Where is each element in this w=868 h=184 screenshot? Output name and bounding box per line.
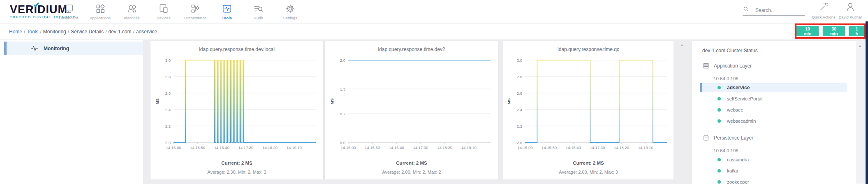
nav-item-tools[interactable]: Tools bbox=[211, 2, 243, 20]
service-name: cassandra bbox=[727, 157, 749, 162]
service-item-zookeeper[interactable]: zookeeper bbox=[700, 177, 866, 184]
nav-label: Settings bbox=[283, 16, 297, 20]
search-input[interactable]: Search.. bbox=[743, 5, 805, 16]
quick-actions-button[interactable]: Quick Actions bbox=[809, 2, 838, 19]
chart-plot: 3.0 2.8 2.6 2.4 2.2 2.0 14:15:00 14:15:5… bbox=[155, 54, 319, 158]
nav-label: Dashboard bbox=[59, 16, 78, 20]
service-item-cassandra[interactable]: cassandra bbox=[700, 155, 866, 164]
svg-text:MS: MS bbox=[330, 98, 334, 104]
database-icon bbox=[702, 134, 710, 142]
sidebar-item-monitoring[interactable]: Monitoring bbox=[4, 42, 143, 55]
cluster-section-label: Application Layer bbox=[714, 63, 752, 69]
nav-label: Orchestrator bbox=[184, 16, 206, 20]
nav-item-orchestrator[interactable]: Orchestrator bbox=[179, 2, 211, 20]
breadcrumb-item-service-details: Service Details bbox=[71, 29, 104, 35]
svg-text:14:19:10: 14:19:10 bbox=[287, 145, 302, 150]
scroll-up-arrow[interactable]: ▲ bbox=[680, 43, 684, 47]
chart-card-dev2: ldap.query.response.time.dev2 2.0 1.3 0.… bbox=[325, 41, 498, 179]
cluster-status-panel: dev-1.com Cluster Status Application Lay… bbox=[692, 41, 866, 184]
scroll-up-arrow[interactable]: ▲ bbox=[858, 44, 862, 48]
svg-text:14:17:30: 14:17:30 bbox=[590, 145, 605, 150]
cluster-section-application-layer: Application Layer 10.64.0.196 adservice … bbox=[692, 62, 866, 126]
svg-text:2.4: 2.4 bbox=[517, 107, 522, 112]
service-item-selfserviceportal[interactable]: selfServicePortal bbox=[700, 94, 866, 103]
service-item-adservice[interactable]: adservice bbox=[700, 83, 847, 92]
breadcrumb: Home/Tools/Monitoring/Service Details/de… bbox=[9, 29, 159, 35]
nav-item-dashboard[interactable]: Dashboard bbox=[53, 2, 84, 20]
left-sidebar: Monitoring bbox=[0, 40, 143, 184]
nav-label: Audit bbox=[254, 16, 263, 20]
tools-icon bbox=[222, 3, 232, 14]
svg-text:2.0: 2.0 bbox=[517, 140, 522, 145]
monitoring-pulse-icon bbox=[30, 44, 39, 53]
svg-text:14:15:00: 14:15:00 bbox=[166, 145, 181, 150]
nav-item-settings[interactable]: Settings bbox=[274, 2, 306, 20]
status-dot bbox=[718, 97, 721, 100]
time-range-button-10-min[interactable]: 10 min bbox=[796, 26, 819, 36]
layers-icon bbox=[702, 62, 710, 70]
breadcrumb-item-home[interactable]: Home bbox=[9, 29, 22, 35]
nav-item-audit[interactable]: Audit bbox=[243, 2, 274, 20]
svg-text:2.6: 2.6 bbox=[517, 91, 522, 95]
user-name: David Kuchar bbox=[838, 15, 862, 19]
chart-title: ldap.query.response.time.qc bbox=[503, 41, 674, 54]
chart-summary-stats: Average: 2.30, Min: 2, Max: 3 bbox=[150, 170, 323, 175]
applications-icon bbox=[95, 3, 106, 14]
devices-icon bbox=[158, 3, 169, 14]
service-item-websecadmin[interactable]: websecadmin bbox=[700, 116, 866, 126]
chart-title: ldap.query.response.time.dev.local bbox=[150, 41, 323, 54]
breadcrumb-bar: Home/Tools/Monitoring/Service Details/de… bbox=[0, 24, 868, 40]
user-menu[interactable]: David Kuchar bbox=[836, 2, 864, 19]
nav-item-identities[interactable]: Identities bbox=[116, 2, 148, 20]
panel-scrollbar[interactable]: ▲ bbox=[856, 41, 865, 184]
annotation-red-box: 10 min30 min1 h bbox=[795, 23, 866, 39]
status-dot bbox=[718, 158, 721, 161]
top-bar: VERIDIUM ✔ TRUSTED DIGITAL IDENTITY Dash… bbox=[0, 0, 868, 24]
service-name: zookeeper bbox=[727, 179, 749, 184]
svg-text:2.0: 2.0 bbox=[165, 140, 171, 145]
breadcrumb-separator: / bbox=[105, 29, 106, 35]
svg-text:14:18:20: 14:18:20 bbox=[437, 145, 452, 150]
status-dot bbox=[718, 180, 721, 184]
breadcrumb-item-adservice: adservice bbox=[136, 29, 157, 35]
chart-current-value: Current: 2 MS bbox=[325, 161, 498, 165]
settings-icon bbox=[285, 3, 296, 14]
service-item-kafka[interactable]: kafka bbox=[700, 166, 866, 175]
sidebar-item-label: Monitoring bbox=[44, 46, 69, 51]
breadcrumb-separator: / bbox=[68, 29, 69, 35]
window-edge bbox=[866, 21, 868, 184]
service-name: kafka bbox=[727, 168, 738, 173]
service-name: adservice bbox=[727, 85, 750, 91]
status-dot bbox=[718, 169, 721, 172]
svg-text:14:18:20: 14:18:20 bbox=[614, 145, 629, 150]
service-name: websec bbox=[727, 107, 743, 112]
chart-current-value: Current: 2 MS bbox=[150, 161, 323, 165]
svg-text:14:15:50: 14:15:50 bbox=[542, 145, 557, 150]
nav-item-applications[interactable]: Applications bbox=[84, 2, 116, 20]
svg-text:14:15:50: 14:15:50 bbox=[190, 145, 205, 150]
nav-item-devices[interactable]: Devices bbox=[148, 2, 179, 20]
check-icon: ✔ bbox=[33, 0, 40, 10]
svg-text:14:19:10: 14:19:10 bbox=[461, 145, 477, 150]
svg-text:2.0: 2.0 bbox=[340, 58, 345, 63]
status-dot bbox=[718, 86, 721, 89]
time-range-button-30-min[interactable]: 30 min bbox=[823, 26, 845, 36]
chart-plot: 3.0 2.8 2.6 2.4 2.2 2.0 14:15:00 14:15:5… bbox=[506, 54, 671, 158]
cluster-section-header: Persistence Layer bbox=[702, 134, 866, 142]
breadcrumb-item-tools[interactable]: Tools bbox=[27, 29, 38, 35]
svg-text:14:15:00: 14:15:00 bbox=[518, 145, 533, 150]
svg-text:2.6: 2.6 bbox=[165, 91, 171, 95]
audit-icon bbox=[253, 3, 264, 14]
cluster-section-header: Application Layer bbox=[702, 62, 866, 70]
nav-label: Devices bbox=[157, 16, 171, 20]
time-range-button-1-h[interactable]: 1 h bbox=[849, 26, 864, 36]
breadcrumb-item-dev-1-com: dev-1.com bbox=[108, 29, 131, 35]
nav-label: Tools bbox=[222, 16, 232, 20]
svg-text:MS: MS bbox=[507, 98, 511, 104]
search-icon bbox=[743, 6, 750, 14]
svg-text:1.3: 1.3 bbox=[340, 87, 345, 91]
chart-card-dev-local: ldap.query.response.time.dev.local 3.0 2… bbox=[150, 41, 323, 179]
svg-text:2.8: 2.8 bbox=[165, 75, 171, 79]
service-item-websec[interactable]: websec bbox=[700, 105, 866, 114]
svg-text:0.7: 0.7 bbox=[340, 112, 345, 116]
